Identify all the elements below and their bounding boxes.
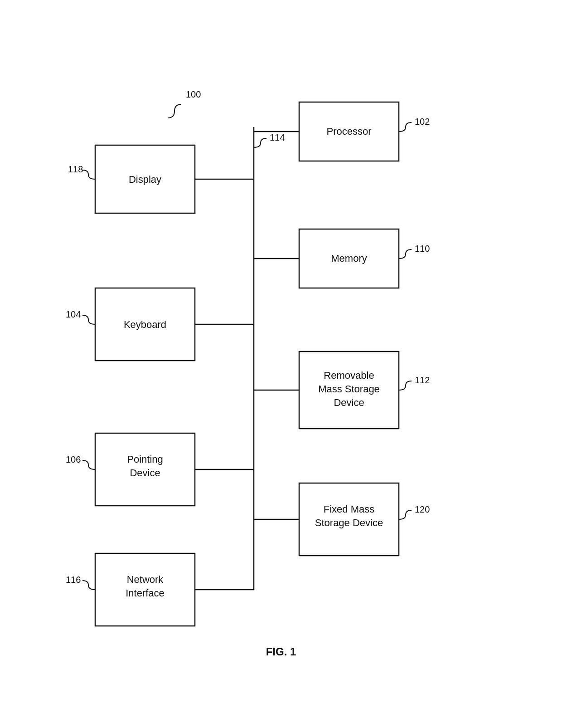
fixed-storage-label-1: Fixed Mass <box>324 503 374 515</box>
memory-label: Memory <box>331 253 367 264</box>
diagram-container: text { font-family: Arial, sans-serif; f… <box>45 45 517 680</box>
display-label: Display <box>129 174 161 185</box>
ref-100: 100 <box>186 89 201 99</box>
network-interface-label-1: Network <box>127 574 164 585</box>
removable-storage-label-3: Device <box>334 397 364 408</box>
ref-110: 110 <box>415 244 430 254</box>
figure-caption: FIG. 1 <box>266 645 296 658</box>
removable-storage-label-2: Mass Storage <box>318 383 380 395</box>
ref-120: 120 <box>415 504 430 514</box>
ref-104: 104 <box>66 309 81 319</box>
ref-112: 112 <box>415 375 430 385</box>
pointing-device-label-2: Device <box>130 467 160 479</box>
ref-106: 106 <box>66 454 81 464</box>
network-interface-label-2: Interface <box>126 587 165 599</box>
removable-storage-label-1: Removable <box>324 370 374 381</box>
pointing-device-label-1: Pointing <box>127 454 163 465</box>
keyboard-label: Keyboard <box>124 319 166 330</box>
ref-114: 114 <box>270 132 285 142</box>
fixed-storage-label-2: Storage Device <box>315 517 383 528</box>
ref-118: 118 <box>68 164 83 174</box>
ref-116: 116 <box>66 575 81 585</box>
processor-label: Processor <box>326 126 371 137</box>
ref-102: 102 <box>415 117 430 127</box>
